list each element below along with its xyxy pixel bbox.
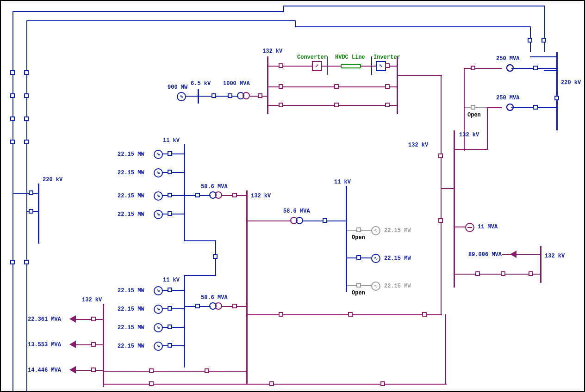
label-250mva-2: 250 MVA [496,95,519,101]
breaker[interactable] [279,103,283,107]
breaker[interactable] [195,304,200,308]
breaker[interactable] [533,105,538,110]
wire [445,314,446,385]
breaker[interactable] [168,170,172,174]
breaker[interactable] [24,116,29,121]
label-89mva: 89.006 MVA [468,251,502,258]
label-load2: 13.553 MVA [28,342,61,348]
breaker[interactable] [385,84,390,89]
breaker[interactable] [258,93,262,98]
breaker[interactable] [334,103,339,107]
breaker[interactable] [91,368,96,372]
load-arrow-icon [69,341,76,348]
label-11mva: 11 MVA [478,224,498,230]
breaker-open[interactable] [471,105,475,110]
label-converter: Converter [297,54,327,61]
breaker[interactable] [348,312,353,317]
breaker[interactable] [168,193,172,197]
breaker[interactable] [10,140,15,144]
breaker[interactable] [91,342,96,347]
wire [441,188,454,189]
breaker[interactable] [195,193,200,197]
wire [162,327,184,328]
breaker[interactable] [422,312,427,317]
breaker[interactable] [541,38,546,43]
generator-icon: ∿ [154,323,163,332]
breaker[interactable] [10,260,15,264]
breaker[interactable] [380,381,385,386]
bus-132kv-right [454,130,455,288]
breaker[interactable] [554,96,559,100]
breaker[interactable] [323,218,327,223]
wire [26,244,27,392]
breaker[interactable] [471,66,475,70]
breaker[interactable] [334,84,339,89]
breaker[interactable] [149,381,154,386]
breaker[interactable] [168,211,172,216]
breaker[interactable] [385,63,390,68]
wire [283,6,545,6]
wire [371,56,372,75]
breaker-open[interactable] [356,283,361,288]
label-mw: 22.15 MW [118,211,144,218]
label-mw: 22.15 MW [118,343,144,349]
breaker[interactable] [533,66,538,70]
breaker[interactable] [279,63,283,68]
breaker[interactable] [168,325,172,329]
transformer-icon [501,64,515,73]
breaker[interactable] [279,312,283,317]
label-open: Open [352,290,365,296]
breaker[interactable] [501,271,505,276]
label-mw-grey: 22.15 MW [384,283,411,289]
breaker[interactable] [24,70,29,75]
breaker[interactable] [10,93,15,98]
wire [162,345,184,346]
breaker[interactable] [475,271,480,276]
breaker[interactable] [205,368,209,373]
breaker[interactable] [168,288,172,292]
motor-icon [465,223,474,232]
breaker[interactable] [29,190,33,195]
wire [12,11,283,12]
generator-icon: ∿ [154,168,163,178]
breaker[interactable] [10,70,15,75]
wire [441,236,442,315]
label-132kv-left: 132 kV [82,297,102,303]
wire [464,68,465,151]
breaker[interactable] [168,151,172,156]
wire [26,20,27,279]
label-mw: 22.15 MW [384,255,411,262]
breaker[interactable] [149,368,154,373]
breaker[interactable] [213,254,218,259]
breaker[interactable] [528,38,532,43]
breaker[interactable] [212,93,216,98]
breaker[interactable] [438,218,443,223]
breaker[interactable] [232,304,237,308]
breaker[interactable] [24,260,29,264]
breaker[interactable] [529,271,533,276]
breaker[interactable] [168,343,172,348]
breaker[interactable] [279,84,283,89]
label-220kv-left: 220 kV [43,177,62,183]
single-line-diagram: 220 kV 220 kV 250 MVA 250 MVA Open 132 k… [0,0,585,392]
breaker[interactable] [24,93,29,98]
breaker[interactable] [29,209,33,214]
label-mw: 22.15 MW [118,325,144,331]
breaker[interactable] [385,103,390,107]
breaker[interactable] [438,153,443,158]
wire [162,290,184,291]
label-mw: 22.15 MW [118,170,144,176]
breaker[interactable] [24,140,29,144]
breaker[interactable] [232,193,237,197]
breaker[interactable] [269,381,274,386]
breaker[interactable] [356,255,361,260]
breaker-open[interactable] [356,227,361,232]
breaker[interactable] [91,317,96,321]
breaker[interactable] [168,306,172,311]
breaker[interactable] [228,93,232,98]
generator-icon-open: ∿ [371,226,380,235]
breaker[interactable] [10,116,15,121]
label-1000mva: 1000 MVA [223,80,250,87]
bus-132kv-left-loads [103,304,104,387]
label-open: Open [352,234,365,241]
